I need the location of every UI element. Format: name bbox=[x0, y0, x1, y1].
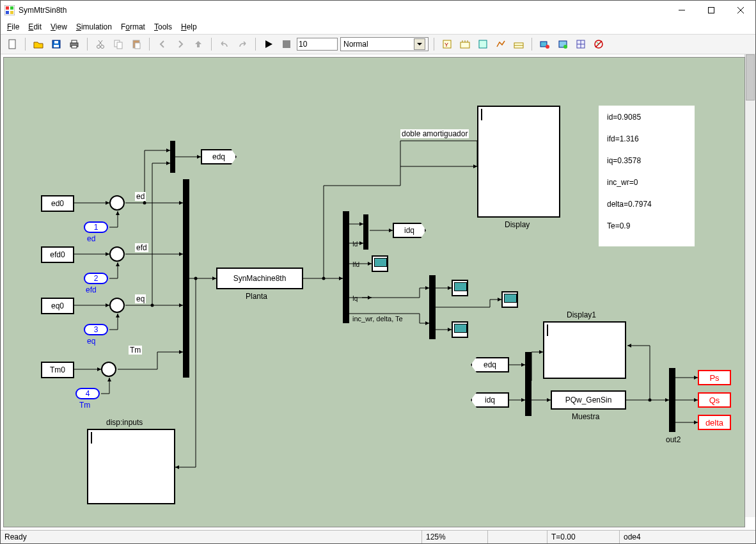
readout-iq: iq=0.3578 bbox=[607, 156, 641, 165]
signal-label-incwr: inc_wr, delta, Te bbox=[352, 315, 403, 323]
block-display-inputs[interactable] bbox=[87, 429, 175, 504]
statusbar: Ready 125% T=0.00 ode4 bbox=[1, 530, 755, 543]
block-mux-idq[interactable] bbox=[363, 214, 368, 250]
save-icon[interactable] bbox=[49, 36, 64, 52]
block-scope-b[interactable] bbox=[452, 321, 468, 338]
block-constant-ed0[interactable]: ed0 bbox=[41, 195, 74, 212]
block-outport-ps[interactable]: Ps bbox=[698, 370, 731, 385]
svg-point-51 bbox=[143, 202, 146, 205]
svg-rect-32 bbox=[479, 40, 487, 48]
menu-view[interactable]: View bbox=[47, 21, 71, 33]
svg-rect-24 bbox=[197, 44, 200, 47]
block-display[interactable] bbox=[477, 106, 560, 218]
tool-icon-1[interactable]: Y bbox=[439, 36, 455, 52]
signal-label-ed: ed bbox=[135, 192, 146, 201]
block-goto-idq[interactable]: idq bbox=[393, 223, 426, 238]
model-canvas[interactable]: ed0 efd0 eq0 Tm0 ed efd eq Tm 1 ed 2 efd… bbox=[3, 57, 745, 527]
svg-rect-9 bbox=[9, 40, 15, 49]
block-sum-eq[interactable] bbox=[109, 298, 125, 313]
block-display1[interactable] bbox=[543, 321, 626, 379]
readout-incwr: inc_wr=0 bbox=[607, 178, 638, 187]
block-scope-c[interactable] bbox=[501, 291, 518, 308]
block-constant-eq0[interactable]: eq0 bbox=[41, 298, 74, 314]
svg-text:Y: Y bbox=[445, 42, 448, 48]
readout-te: Te=0.9 bbox=[607, 221, 630, 230]
paste-icon[interactable] bbox=[129, 36, 144, 52]
svg-rect-3 bbox=[6, 11, 9, 14]
cut-icon[interactable] bbox=[93, 36, 108, 52]
app-window: SymMtrSin8th File Edit View Simulation F… bbox=[0, 0, 756, 544]
block-inport-2[interactable]: 2 bbox=[84, 273, 108, 284]
copy-icon[interactable] bbox=[111, 36, 126, 52]
svg-point-17 bbox=[101, 45, 104, 49]
block-demux-out[interactable] bbox=[669, 368, 675, 432]
block-outport-delta[interactable]: delta bbox=[698, 415, 731, 430]
new-icon[interactable] bbox=[4, 36, 20, 52]
svg-rect-2 bbox=[10, 6, 13, 10]
readout-panel: id=0.9085 ifd=1.316 iq=0.3578 inc_wr=0 d… bbox=[599, 106, 695, 246]
svg-rect-1 bbox=[6, 6, 9, 10]
fwd-icon[interactable] bbox=[173, 36, 188, 52]
svg-line-43 bbox=[595, 41, 602, 47]
tool-icon-4[interactable] bbox=[493, 36, 508, 52]
svg-rect-12 bbox=[54, 41, 58, 44]
menubar: File Edit View Simulation Format Tools H… bbox=[1, 20, 755, 35]
block-constant-efd0[interactable]: efd0 bbox=[41, 246, 74, 263]
svg-rect-4 bbox=[10, 11, 13, 14]
block-demux-2[interactable] bbox=[429, 275, 436, 339]
menu-tools[interactable]: Tools bbox=[150, 21, 176, 33]
block-inport-3[interactable]: 3 bbox=[84, 324, 108, 335]
block-from-edq[interactable]: edq bbox=[471, 357, 509, 372]
block-sum-efd[interactable] bbox=[109, 246, 125, 262]
undo-icon[interactable] bbox=[217, 36, 232, 52]
back-icon[interactable] bbox=[155, 36, 170, 52]
minimize-button[interactable] bbox=[667, 1, 697, 20]
maximize-button[interactable] bbox=[697, 1, 726, 20]
block-sum-tm[interactable] bbox=[101, 362, 116, 377]
stop-icon[interactable] bbox=[279, 36, 294, 52]
block-scope-a[interactable] bbox=[452, 280, 468, 296]
block-demux-states[interactable] bbox=[343, 211, 349, 323]
tool-icon-7[interactable] bbox=[555, 36, 571, 52]
open-icon[interactable] bbox=[31, 36, 46, 52]
block-outport-qs[interactable]: Qs bbox=[698, 392, 731, 408]
tool-icon-9[interactable] bbox=[591, 36, 606, 52]
tool-icon-8[interactable] bbox=[573, 36, 588, 52]
menu-format[interactable]: Format bbox=[117, 21, 149, 33]
block-mux-edq[interactable] bbox=[170, 141, 175, 173]
svg-point-36 bbox=[546, 45, 549, 49]
sim-mode-select[interactable]: Normal bbox=[340, 37, 429, 51]
block-sum-ed[interactable] bbox=[109, 195, 125, 211]
menu-file[interactable]: File bbox=[3, 21, 23, 33]
block-label-muestra: Muestra bbox=[572, 412, 599, 421]
block-subsystem-synmachine[interactable]: SynMachine8th bbox=[216, 268, 303, 289]
close-button[interactable] bbox=[726, 1, 755, 20]
tool-icon-5[interactable] bbox=[511, 36, 526, 52]
menu-edit[interactable]: Edit bbox=[24, 21, 45, 33]
menu-help[interactable]: Help bbox=[177, 21, 201, 33]
svg-rect-28 bbox=[461, 42, 469, 48]
status-zoom: 125% bbox=[421, 531, 487, 543]
tool-icon-2[interactable] bbox=[457, 36, 473, 52]
tool-icon-3[interactable] bbox=[475, 36, 491, 52]
block-goto-edq[interactable]: edq bbox=[201, 149, 237, 164]
stop-time-input[interactable] bbox=[297, 38, 338, 51]
block-inport-1[interactable]: 1 bbox=[84, 221, 108, 233]
block-mux-inputs[interactable] bbox=[183, 179, 189, 378]
signal-label-eq: eq bbox=[135, 294, 146, 303]
svg-rect-23 bbox=[135, 43, 140, 49]
redo-icon[interactable] bbox=[235, 36, 250, 52]
block-mux-pqw-in[interactable] bbox=[525, 352, 532, 416]
block-inport-4[interactable]: 4 bbox=[75, 388, 100, 399]
menu-simulation[interactable]: Simulation bbox=[72, 21, 116, 33]
tool-icon-6[interactable] bbox=[537, 36, 553, 52]
block-from-idq[interactable]: idq bbox=[471, 392, 509, 408]
up-icon[interactable] bbox=[191, 36, 206, 52]
vertical-scrollbar[interactable] bbox=[744, 54, 755, 517]
signal-label-ifd: Ifd bbox=[352, 261, 359, 268]
block-constant-tm0[interactable]: Tm0 bbox=[41, 362, 74, 378]
print-icon[interactable] bbox=[67, 36, 82, 52]
play-icon[interactable] bbox=[261, 36, 276, 52]
block-subsystem-pqw[interactable]: PQw_GenSin bbox=[551, 390, 626, 410]
block-scope-ifd[interactable] bbox=[372, 255, 388, 272]
